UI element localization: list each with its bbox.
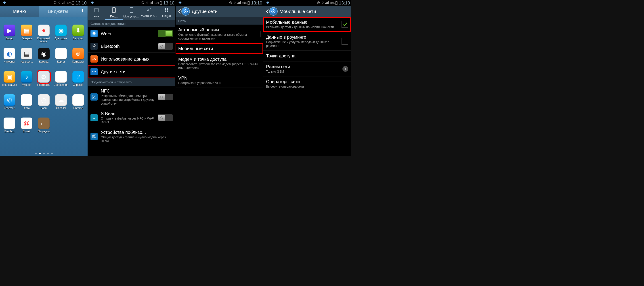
voice-icon: ●: [38, 24, 50, 36]
sync-icon: [145, 1, 149, 5]
svg-rect-2: [72, 1, 74, 2]
svg-rect-7: [160, 4, 162, 4]
row-bluetooth[interactable]: Bluetooth: [88, 40, 175, 53]
tab-accounts[interactable]: Учетные з...: [140, 6, 158, 20]
app-calc[interactable]: ▤Калькул...: [18, 48, 35, 70]
download-button[interactable]: [77, 6, 88, 17]
wifi-icon: [2, 1, 7, 5]
tab-widgets[interactable]: Виджеты: [39, 6, 77, 17]
svg-point-10: [114, 12, 114, 12]
row-roaming[interactable]: Данные в роумингеПодключение к услугам п…: [263, 32, 351, 51]
tab-connections[interactable]: ния: [88, 6, 105, 20]
svg-rect-3: [72, 4, 74, 4]
sbeam-toggle[interactable]: [158, 114, 173, 121]
signal-icon: [149, 1, 154, 5]
row-network-mode[interactable]: Режим сетиТолько GSM: [263, 62, 351, 76]
settings-icon: ⚙: [38, 71, 50, 83]
msg-icon: ✉: [55, 71, 67, 83]
app-maps[interactable]: ◆Карты: [52, 48, 70, 70]
gallery-icon: ▦: [21, 24, 32, 36]
app-gallery[interactable]: ▦Галерея: [18, 24, 35, 47]
tab-more[interactable]: Опции: [158, 6, 175, 20]
section-connect-share: Подключиться и отправить: [88, 78, 175, 86]
app-contacts[interactable]: ☺Контакты: [70, 48, 87, 70]
row-data-usage[interactable]: Использование данных: [88, 53, 175, 66]
app-dl[interactable]: ⬇Загрузки: [70, 24, 87, 47]
screen-settings-main: 10% 13:10 ния Под... Мое устро... Учетны…: [88, 0, 176, 156]
bluetooth-toggle[interactable]: [158, 43, 173, 50]
mobile-data-checkbox[interactable]: [342, 21, 348, 28]
row-sbeam[interactable]: S BeamОтправить файлы через NFC и Wi-Fi …: [88, 108, 175, 127]
app-phoneapp[interactable]: ✆Телефон: [1, 94, 18, 117]
status-bar: 10% 13:10: [88, 0, 175, 6]
app-chrome[interactable]: ◉Chrome: [70, 94, 87, 117]
app-email[interactable]: @E-mail: [18, 118, 35, 140]
row-nfc[interactable]: NFCРазрешить обмен данными при прикоснов…: [88, 86, 175, 108]
row-operators[interactable]: Операторы сетиВыберите оператора сети: [263, 76, 351, 92]
tab-my-device[interactable]: Мое устро...: [123, 6, 140, 20]
svg-rect-16: [167, 10, 168, 12]
files-icon: ▣: [4, 71, 15, 83]
svg-point-12: [150, 8, 151, 10]
row-apn[interactable]: Точки доступа: [263, 51, 351, 62]
app-video[interactable]: ▶Видео: [1, 24, 18, 47]
wifi-toggle[interactable]: [158, 30, 173, 37]
app-chaton[interactable]: ☁ChatON: [52, 94, 70, 117]
svg-rect-34: [336, 1, 337, 2]
svg-rect-30: [248, 4, 249, 4]
sbeam-icon: [90, 114, 98, 121]
row-wifi[interactable]: Wi-Fi: [88, 27, 175, 40]
app-voice[interactable]: ●Голосовой поиск: [35, 24, 52, 47]
tab-apps[interactable]: Меню: [0, 6, 39, 17]
app-photo[interactable]: ✦Фото: [18, 94, 35, 117]
drawer-tabs: Меню Виджеты: [0, 6, 88, 17]
app-help[interactable]: ?Справка: [70, 71, 87, 94]
header: Мобильные сети: [263, 6, 351, 17]
row-nearby[interactable]: Устройства поблизо...Общий доступ к файл…: [88, 127, 175, 146]
row-tethering[interactable]: Модем и точка доступаИспользовать устрой…: [176, 54, 263, 73]
back-button[interactable]: [266, 9, 269, 14]
dropbox-icon: ▣: [4, 118, 15, 129]
app-clock[interactable]: ◷Часы: [35, 94, 52, 117]
app-msg[interactable]: ✉Сообщения: [52, 71, 70, 94]
maps-icon: ◆: [55, 48, 67, 60]
app-music[interactable]: ♪Музыка: [18, 71, 35, 94]
cam-icon: ◉: [38, 48, 50, 60]
app-fm[interactable]: ▭FM-радио: [35, 118, 52, 140]
airplane-checkbox[interactable]: [254, 30, 260, 37]
app-dropbox[interactable]: ▣Dropbox: [1, 118, 18, 140]
tab-device[interactable]: Под...: [105, 6, 123, 20]
app-settings[interactable]: ⚙Настройки: [35, 71, 52, 94]
row-vpn[interactable]: VPNНастройка и управление VPN: [176, 73, 263, 88]
app-internet[interactable]: ◐Интернет: [1, 48, 18, 70]
more-icon: [90, 68, 98, 75]
svg-rect-11: [130, 8, 133, 12]
nfc-toggle[interactable]: [158, 94, 173, 100]
app-cam[interactable]: ◉Камера: [35, 48, 52, 70]
back-button[interactable]: [178, 9, 182, 14]
alarm-icon: [53, 1, 57, 5]
app-grid: ▶Видео▦Галерея●Голосовой поиск◉Диктофон⬇…: [0, 23, 88, 151]
row-airplane[interactable]: Автономный режимОтключение функций вызов…: [176, 24, 263, 43]
nfc-icon: [90, 94, 98, 100]
status-bar: 10% 13:10: [176, 0, 263, 6]
row-more-networks[interactable]: Другие сети: [88, 66, 175, 78]
sync-icon: [57, 1, 62, 5]
dl-icon: ⬇: [72, 24, 84, 36]
app-dict[interactable]: ◉Диктофон: [52, 24, 70, 47]
contacts-icon: ☺: [72, 48, 84, 60]
svg-point-23: [160, 96, 163, 98]
page-title: Другие сети: [192, 9, 218, 14]
alarm-icon: [141, 1, 145, 5]
dict-icon: ◉: [55, 24, 67, 36]
roaming-checkbox[interactable]: [342, 38, 348, 45]
help-icon: ?: [72, 71, 84, 83]
row-mobile-networks[interactable]: Мобильные сети: [176, 43, 263, 54]
signal-icon: [62, 1, 66, 5]
chaton-icon: ☁: [55, 94, 67, 106]
header: Другие сети: [176, 6, 263, 17]
fm-icon: ▭: [38, 118, 50, 129]
svg-point-18: [160, 45, 163, 47]
app-files[interactable]: ▣Мои файлы: [1, 71, 18, 94]
row-mobile-data[interactable]: Мобильные данныеВключить доступ к данным…: [263, 17, 351, 32]
